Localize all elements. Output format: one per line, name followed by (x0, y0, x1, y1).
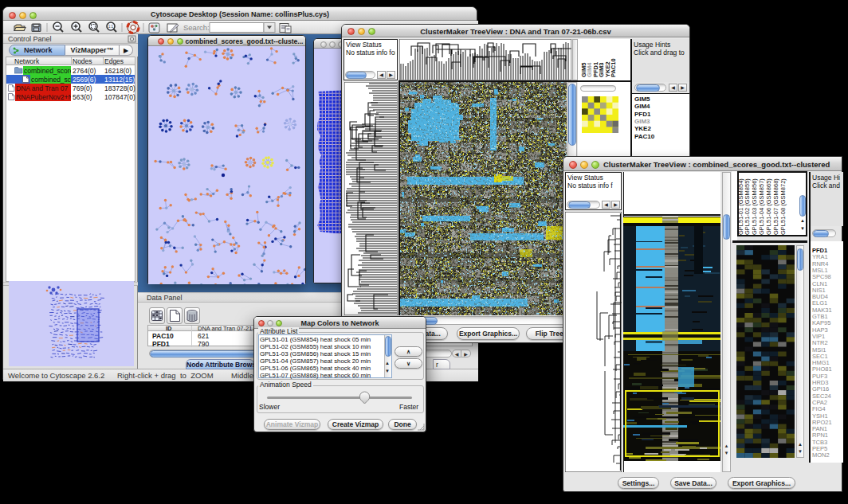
svg-text:GPL51-06 (GSM865): GPL51-06 (GSM865) (765, 178, 772, 235)
svg-text:GPL51-04 (GSM857): GPL51-04 (GSM857) (758, 178, 765, 235)
svg-text:GPL51-01 (GSM854): GPL51-01 (GSM854) (737, 178, 744, 235)
svg-text:1:1: 1:1 (108, 25, 114, 29)
svg-text:GPL51-03 (GSM856): GPL51-03 (GSM856) (751, 178, 758, 235)
svg-text:GPL51-02 (GSM855): GPL51-02 (GSM855) (744, 178, 751, 235)
svg-text:GPL51-07 (GSM868): GPL51-07 (GSM868) (772, 178, 779, 235)
svg-text:Search:: Search: (183, 23, 210, 32)
svg-text:MON2: MON2 (812, 451, 830, 459)
svg-text:GPL51-08 (GSM872): GPL51-08 (GSM872) (779, 178, 787, 235)
svg-text:PAC10: PAC10 (610, 58, 617, 77)
